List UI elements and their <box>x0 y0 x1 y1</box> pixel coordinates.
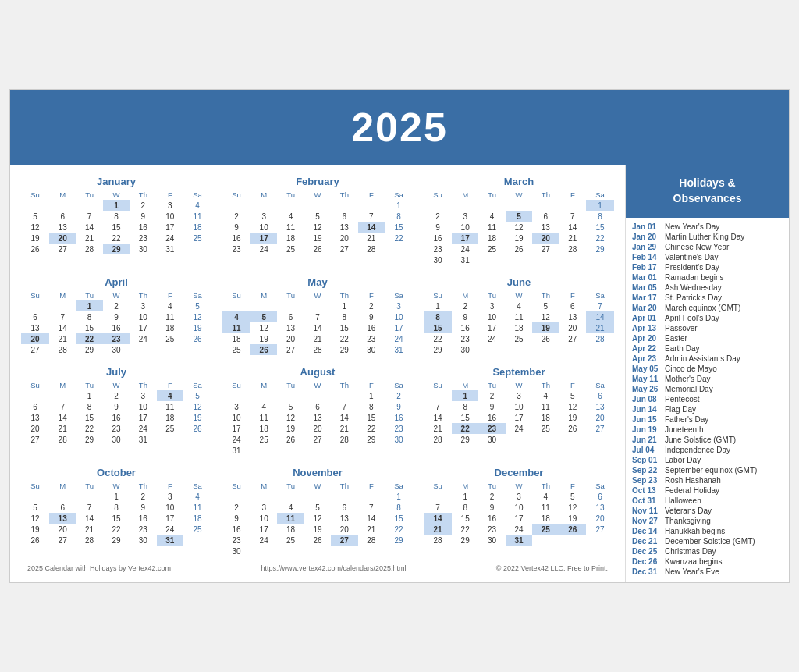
cal-november: SuMTuWThFSa 1 2345678 9101112131415 1617… <box>222 481 413 556</box>
holiday-date: Mar 01 <box>632 273 665 282</box>
holiday-name: Thanksgiving <box>665 517 711 525</box>
main-content: January SuMTuWThFSa 1234 567891011 12131… <box>10 165 789 581</box>
holiday-item: May 05Cinco de Mayo <box>632 364 783 373</box>
holiday-name: Ash Wednesday <box>665 283 722 292</box>
holiday-date: Dec 31 <box>632 567 665 576</box>
footer-right: © 2022 Vertex42 LLC. Free to Print. <box>496 564 608 572</box>
holiday-item: Sep 23Rosh Hashanah <box>632 476 783 485</box>
holiday-name: Memorial Day <box>665 385 713 393</box>
cal-july: SuMTuWThFSa 12345 6789101112 13141516171… <box>21 380 211 445</box>
holiday-date: Nov 11 <box>632 507 665 515</box>
holiday-item: Mar 01Ramadan begins <box>632 273 783 282</box>
holiday-name: Pentecost <box>665 395 699 404</box>
holiday-date: Jan 29 <box>632 243 665 251</box>
holiday-item: Jan 20Martin Luther King Day <box>632 233 783 241</box>
holiday-item: Jan 01New Year's Day <box>632 222 783 231</box>
holiday-item: Dec 31New Year's Eve <box>632 567 783 576</box>
month-title-december: December <box>424 467 614 478</box>
holiday-name: Valentine's Day <box>665 253 718 261</box>
month-title-february: February <box>222 176 413 187</box>
holiday-item: Jun 19Juneteenth <box>632 425 783 434</box>
holiday-item: Mar 20March equinox (GMT) <box>632 304 783 312</box>
holiday-name: Easter <box>665 334 687 343</box>
month-title-may: May <box>222 276 413 288</box>
holiday-list: Jan 01New Year's DayJan 20Martin Luther … <box>626 218 789 582</box>
holiday-item: May 11Mother's Day <box>632 375 783 383</box>
cal-december: SuMTuWThFSa 123456 78910111213 141516171… <box>424 481 614 546</box>
footer-center: https://www.vertex42.com/calendars/2025.… <box>261 564 406 572</box>
month-title-september: September <box>424 366 614 378</box>
holiday-item: Feb 17President's Day <box>632 263 783 272</box>
holiday-date: May 26 <box>632 385 665 393</box>
holiday-item: Jun 21June Solstice (GMT) <box>632 436 783 444</box>
month-title-november: November <box>222 467 413 478</box>
month-november: November SuMTuWThFSa 1 2345678 910111213… <box>219 464 416 560</box>
holiday-item: May 26Memorial Day <box>632 385 783 393</box>
year-header: 2025 <box>10 90 789 165</box>
holiday-item: Nov 27Thanksgiving <box>632 517 783 525</box>
calendars-grid: January SuMTuWThFSa 1234 567891011 12131… <box>18 172 617 560</box>
holiday-date: Jun 19 <box>632 425 665 434</box>
holiday-name: Earth Day <box>665 344 699 353</box>
holiday-item: Jul 04Independence Day <box>632 446 783 454</box>
holiday-name: Hanukkah begins <box>665 527 725 535</box>
holiday-date: Jan 20 <box>632 233 665 241</box>
holiday-item: Apr 20Easter <box>632 334 783 343</box>
month-title-january: January <box>21 176 211 187</box>
holiday-item: Dec 26Kwanzaa begins <box>632 557 783 566</box>
month-title-april: April <box>21 276 211 288</box>
cal-february: SuMTuWThFSa 1 2345678 9101112131415 1617… <box>222 190 413 254</box>
holiday-name: Independence Day <box>665 446 730 454</box>
holiday-name: Admin Assistants Day <box>665 354 740 363</box>
month-august: August SuMTuWThFSa 12 3456789 1011121314… <box>219 363 416 459</box>
holiday-item: Dec 14Hanukkah begins <box>632 527 783 535</box>
holiday-item: Mar 17St. Patrick's Day <box>632 293 783 302</box>
holiday-date: Jun 15 <box>632 415 665 424</box>
month-march: March SuMTuWThFSa 1 2345678 910111213141… <box>421 172 617 268</box>
month-title-june: June <box>424 276 614 288</box>
holiday-item: Sep 01Labor Day <box>632 456 783 464</box>
month-january: January SuMTuWThFSa 1234 567891011 12131… <box>18 172 215 268</box>
holiday-name: Kwanzaa begins <box>665 557 722 566</box>
holiday-name: April Fool's Day <box>665 314 719 322</box>
month-title-october: October <box>21 467 211 478</box>
cal-january: SuMTuWThFSa 1234 567891011 1213141516171… <box>21 190 211 254</box>
sidebar: Holidays &Observances Jan 01New Year's D… <box>625 165 789 581</box>
holiday-date: Dec 14 <box>632 527 665 535</box>
cal-june: SuMTuWThFSa 1234567 891011121314 1516171… <box>424 290 614 355</box>
calendars-section: January SuMTuWThFSa 1234 567891011 12131… <box>10 165 625 581</box>
holiday-name: Veterans Day <box>665 507 712 515</box>
holiday-item: Feb 14Valentine's Day <box>632 253 783 261</box>
month-april: April SuMTuWThFSa 12345 6789101112 13141… <box>18 273 215 358</box>
holiday-date: Mar 05 <box>632 283 665 292</box>
cal-may: SuMTuWThFSa 123 45678910 11121314151617 … <box>222 290 413 355</box>
footer: 2025 Calendar with Holidays by Vertex42.… <box>18 560 617 576</box>
month-title-march: March <box>424 176 614 187</box>
month-october: October SuMTuWThFSa 1234 567891011 12131… <box>18 464 215 560</box>
month-september: September SuMTuWThFSa 123456 78910111213… <box>421 363 617 459</box>
holiday-item: Oct 31Halloween <box>632 496 783 505</box>
cal-october: SuMTuWThFSa 1234 567891011 1213141516171… <box>21 481 211 546</box>
holiday-date: Sep 01 <box>632 456 665 464</box>
holiday-name: Federal Holiday <box>665 486 719 495</box>
holiday-date: May 05 <box>632 364 665 373</box>
holiday-name: New Year's Eve <box>665 567 719 576</box>
holiday-date: May 11 <box>632 375 665 383</box>
cal-march: SuMTuWThFSa 1 2345678 9101112131415 1617… <box>424 190 614 265</box>
month-december: December SuMTuWThFSa 123456 78910111213 … <box>421 464 617 560</box>
holiday-item: Sep 22September equinox (GMT) <box>632 466 783 475</box>
holiday-name: Mother's Day <box>665 375 711 383</box>
holiday-date: Apr 01 <box>632 314 665 322</box>
holiday-item: Oct 13Federal Holiday <box>632 486 783 495</box>
holiday-date: Sep 23 <box>632 476 665 485</box>
cal-august: SuMTuWThFSa 12 3456789 10111213141516 17… <box>222 380 413 456</box>
holiday-name: March equinox (GMT) <box>665 304 740 312</box>
holiday-item: Dec 25Christmas Day <box>632 547 783 556</box>
holiday-date: Mar 20 <box>632 304 665 312</box>
holiday-date: Apr 22 <box>632 344 665 353</box>
holiday-item: Dec 21December Solstice (GMT) <box>632 537 783 546</box>
cal-september: SuMTuWThFSa 123456 78910111213 141516171… <box>424 380 614 445</box>
holiday-name: Father's Day <box>665 415 708 424</box>
holiday-date: Jan 01 <box>632 222 665 231</box>
holiday-date: Nov 27 <box>632 517 665 525</box>
